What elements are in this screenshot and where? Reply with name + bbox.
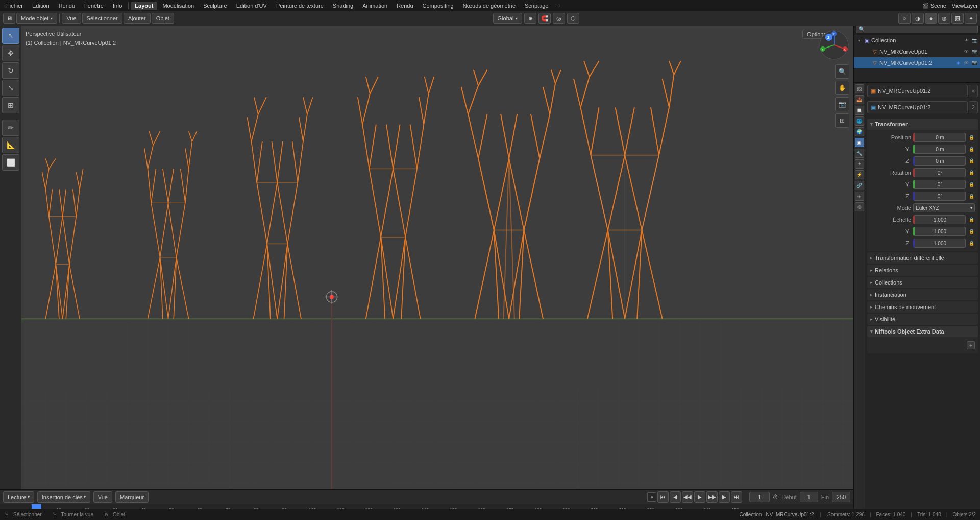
toolbar-eevee[interactable]: ✦ — [965, 13, 977, 24]
timeline-frame-indicator[interactable]: ● — [647, 492, 656, 502]
view-layer-name[interactable]: ViewLayer — [952, 3, 978, 9]
relations-header[interactable]: ▸ Relations — [867, 265, 978, 276]
viewport-grid-btn[interactable]: ⊞ — [835, 113, 849, 128]
workspace-tab-layout[interactable]: Layout — [131, 2, 157, 10]
toolbar-xray[interactable]: ◑ — [912, 13, 924, 24]
rotation-mode-select[interactable]: Euler XYZ ▾ — [913, 203, 975, 212]
scale-y-lock-icon[interactable]: 🔒 — [968, 228, 975, 235]
prop-tab-particles[interactable]: ✦ — [855, 159, 864, 169]
workspace-tab-texture[interactable]: Peinture de texture — [272, 2, 328, 10]
end-frame-input[interactable]: 250 — [832, 492, 850, 502]
collection-render-btn[interactable]: 📷 — [971, 37, 978, 44]
workspace-tab-sculpture[interactable]: Sculpture — [199, 2, 231, 10]
collection-expand-icon[interactable]: ▾ — [856, 37, 862, 43]
toolbar-material[interactable]: ◍ — [938, 13, 950, 24]
workspace-add-btn[interactable]: + — [554, 2, 565, 10]
transport-prev-btn[interactable]: ◀◀ — [682, 491, 693, 503]
timeline-marker-btn[interactable]: Marqueur — [115, 491, 149, 503]
position-x-input[interactable]: 0 m — [913, 133, 966, 142]
scene-name[interactable]: Scene — [930, 3, 946, 9]
workspace-tab-shading[interactable]: Shading — [329, 2, 357, 10]
current-frame-input[interactable]: 1 — [749, 492, 770, 502]
prop-tab-data[interactable]: ◈ — [855, 192, 864, 201]
prop-tab-scene[interactable]: 🌐 — [855, 116, 864, 126]
menu-item-render[interactable]: Rendu — [55, 2, 79, 10]
collections-header[interactable]: ▸ Collections — [867, 277, 978, 288]
toolbar-engine-icon[interactable]: 🖥 — [3, 13, 15, 24]
menu-item-file[interactable]: Fichier — [2, 2, 27, 10]
toolbar-object[interactable]: Objet — [152, 13, 174, 24]
position-x-lock-icon[interactable]: 🔒 — [968, 134, 975, 141]
tool-transform[interactable]: ⊞ — [2, 97, 19, 113]
workspace-tab-compositing[interactable]: Compositing — [419, 2, 458, 10]
toolbar-rendered[interactable]: 🖼 — [951, 13, 964, 24]
niftools-add-btn[interactable]: + — [967, 341, 975, 349]
menu-item-edition[interactable]: Edition — [28, 2, 54, 10]
rotation-z-lock-icon[interactable]: 🔒 — [968, 193, 975, 200]
toolbar-mesh[interactable]: ⬡ — [567, 13, 579, 24]
prop-tab-render[interactable]: 🖼 — [855, 84, 864, 93]
transform-diff-header[interactable]: ▸ Transformation différentielle — [867, 252, 978, 264]
menu-item-window[interactable]: Fenêtre — [80, 2, 108, 10]
rotation-z-input[interactable]: 0° — [913, 192, 966, 201]
transport-next-frame-btn[interactable]: ▶ — [719, 491, 730, 503]
position-z-input[interactable]: 0 m — [913, 156, 966, 166]
viewport-zoom-in-btn[interactable]: 🔍 — [835, 64, 849, 79]
transform-section-header[interactable]: ▾ Transformer — [867, 119, 978, 130]
obj1-visible-btn[interactable]: 👁 — [963, 48, 970, 55]
visibility-header[interactable]: ▸ Visibilité — [867, 314, 978, 325]
menu-item-info[interactable]: Info — [109, 2, 126, 10]
toolbar-proportional[interactable]: ◎ — [553, 13, 565, 24]
toolbar-overlay[interactable]: ○ — [898, 13, 911, 24]
toolbar-snap[interactable]: 🧲 — [538, 13, 551, 24]
collection-visible-btn[interactable]: 👁 — [963, 37, 970, 44]
scale-x-lock-icon[interactable]: 🔒 — [968, 216, 975, 223]
position-y-lock-icon[interactable]: 🔒 — [968, 146, 975, 153]
timeline-view-btn[interactable]: Vue — [93, 491, 112, 503]
tool-annotate[interactable]: ✏ — [2, 120, 19, 136]
properties-data-name[interactable]: ▣ NV_MRCurveUp01:2 — [867, 101, 968, 113]
position-y-input[interactable]: 0 m — [913, 145, 966, 154]
timeline-playback-btn[interactable]: Lecture ▾ — [3, 491, 34, 503]
prop-tab-view-layer[interactable]: 🔲 — [855, 106, 864, 115]
workspace-tab-scripting[interactable]: Scriptage — [521, 2, 552, 10]
prop-tab-constraints[interactable]: 🔗 — [855, 181, 864, 190]
timeline-key-insert-btn[interactable]: Insertion de clés ▾ — [37, 491, 90, 503]
data-name-clear-btn[interactable]: 2 — [969, 101, 978, 113]
toolbar-view[interactable]: Vue — [62, 13, 81, 24]
outliner-item-obj2[interactable]: ▸ ▽ NV_MRCurveUp01:2 ◈ 👁 📷 — [854, 57, 980, 68]
obj-name-clear-btn[interactable]: ✕ — [969, 85, 978, 97]
prop-tab-world[interactable]: 🌍 — [855, 127, 864, 136]
transport-next-btn[interactable]: ▶▶ — [706, 491, 718, 503]
viewport-hand-btn[interactable]: ✋ — [835, 81, 849, 95]
position-z-lock-icon[interactable]: 🔒 — [968, 157, 975, 164]
obj2-render-btn[interactable]: 📷 — [971, 59, 978, 66]
transport-skip-start-btn[interactable]: ⏮ — [657, 491, 669, 503]
workspace-tab-animation[interactable]: Animation — [358, 2, 391, 10]
obj2-visible-btn[interactable]: 👁 — [963, 59, 970, 66]
prop-tab-material[interactable]: ◍ — [855, 202, 864, 211]
toolbar-add[interactable]: Ajouter — [124, 13, 151, 24]
tool-add-cube[interactable]: ⬜ — [2, 154, 19, 171]
outliner-item-collection[interactable]: ▾ ▣ Collection 👁 📷 — [854, 35, 980, 46]
prop-tab-physics[interactable]: ⚡ — [855, 170, 864, 179]
transport-play-btn[interactable]: ▶ — [694, 491, 705, 503]
tool-select[interactable]: ↖ — [2, 28, 19, 44]
rotation-y-lock-icon[interactable]: 🔒 — [968, 181, 975, 188]
toolbar-select[interactable]: Sélectionner — [82, 13, 122, 24]
scale-z-lock-icon[interactable]: 🔒 — [968, 240, 975, 247]
toolbar-transform[interactable]: Global ▾ — [493, 13, 523, 24]
prop-tab-output[interactable]: 📤 — [855, 95, 864, 104]
workspace-tab-modelisation[interactable]: Modélisation — [158, 2, 198, 10]
workspace-tab-geometry[interactable]: Nœuds de géométrie — [459, 2, 520, 10]
transport-skip-end-btn[interactable]: ⏭ — [731, 491, 742, 503]
workspace-tab-uv[interactable]: Edition d'UV — [232, 2, 271, 10]
tool-move[interactable]: ✥ — [2, 45, 19, 61]
toolbar-mode-select[interactable]: Mode objet ▾ — [16, 13, 57, 24]
viewport[interactable]: Perspective Utilisateur (1) Collection |… — [21, 26, 853, 489]
instanciation-header[interactable]: ▸ Instanciation — [867, 289, 978, 300]
prop-tab-object[interactable]: ▣ — [855, 138, 864, 147]
axis-gizmo[interactable]: Z X Y 2 — [819, 30, 849, 60]
viewport-camera-btn[interactable]: 📷 — [835, 97, 849, 111]
start-frame-input[interactable]: 1 — [800, 492, 818, 502]
